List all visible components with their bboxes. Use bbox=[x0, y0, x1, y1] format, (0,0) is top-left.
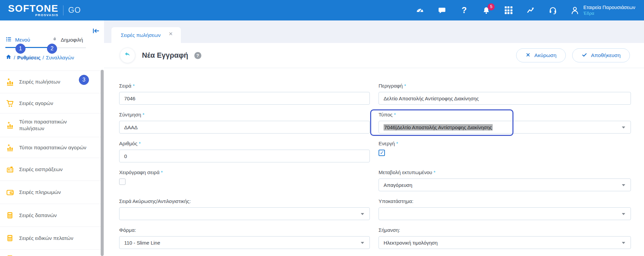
breadcrumb-transactions[interactable]: Συναλλαγών bbox=[46, 55, 74, 60]
breadcrumb-settings[interactable]: Ρυθμίσεις bbox=[17, 55, 41, 60]
support-headset-icon[interactable] bbox=[548, 6, 557, 15]
bar-chart-star-icon bbox=[5, 144, 14, 152]
menu-list-icon bbox=[5, 36, 12, 44]
tab-sales-series[interactable]: Σειρές πωλήσεων ✕ bbox=[111, 27, 181, 43]
user-menu[interactable]: Εταιρεία Παρουσιάσεων Έδρα bbox=[570, 5, 635, 16]
document-tabstrip: Σειρές πωλήσεων ✕ bbox=[104, 20, 644, 43]
user-company: Εταιρεία Παρουσιάσεων bbox=[583, 5, 635, 10]
record-form: Σειρά* Περιγραφή* Σύντμηση* Τύπος* 7046|… bbox=[104, 68, 644, 249]
field-label: Τύπος* bbox=[379, 112, 631, 118]
sidebar-item-purchase-doc-types[interactable]: Τύποι παραστατικών αγορών bbox=[0, 137, 104, 158]
sidebar-item-special-customer-series[interactable]: Σειρές ειδικών πελατών bbox=[0, 227, 104, 250]
cancel-x-icon bbox=[526, 52, 531, 59]
field-label: Χειρόγραφη σειρά* bbox=[119, 169, 370, 175]
field-seira: Σειρά* bbox=[119, 83, 370, 105]
field-label: Σειρά* bbox=[119, 83, 370, 89]
tab-close-icon[interactable]: ✕ bbox=[168, 31, 173, 37]
title-help-icon[interactable]: ? bbox=[194, 52, 201, 59]
calculator-icon bbox=[5, 254, 14, 256]
analytics-chart-icon[interactable] bbox=[526, 6, 535, 15]
sidebar-item-collection-series[interactable]: Σειρές εισπράξεων bbox=[0, 158, 104, 181]
sidebar-scrollbar[interactable] bbox=[101, 70, 104, 256]
page-title: Νέα Εγγραφή bbox=[142, 51, 188, 60]
sidebar-item-purchase-series[interactable]: Σειρές αγορών bbox=[0, 93, 104, 113]
xeirografi-checkbox[interactable] bbox=[119, 178, 126, 185]
dropdown-caret-icon bbox=[361, 213, 364, 215]
notifications-bell-icon[interactable]: 5 bbox=[482, 6, 491, 15]
sidebar-item-partial[interactable] bbox=[0, 250, 104, 256]
dropdown-caret-icon bbox=[361, 242, 364, 244]
shopping-cart-icon bbox=[5, 99, 14, 108]
field-metavoli-ektypomenou: Μεταβολή εκτυπωμένου* Απαγόρευση bbox=[379, 169, 631, 191]
user-avatar-icon bbox=[570, 6, 580, 15]
field-label: Ενεργή* bbox=[379, 141, 631, 147]
field-label: Αριθμός* bbox=[119, 141, 370, 147]
annotation-step-2: 2 bbox=[47, 44, 57, 54]
field-typos: Τύπος* 7046|Δελτίο Αποστολής Αντίστροφης… bbox=[379, 112, 631, 134]
annotation-step-3: 3 bbox=[79, 75, 89, 85]
notification-count-badge: 5 bbox=[488, 3, 495, 10]
field-syntmisi: Σύντμηση* bbox=[119, 112, 370, 134]
brand-name: SOFTONE bbox=[8, 4, 58, 13]
arithmos-input[interactable] bbox=[119, 150, 370, 162]
forma-select[interactable]: 110 - Slime Line bbox=[119, 236, 370, 249]
metavoli-select[interactable]: Απαγόρευση bbox=[379, 178, 631, 191]
sidebar-item-expense-series[interactable]: Σειρές δαπανών bbox=[0, 204, 104, 227]
topbar: SOFTONE PROSVASIS GO ? 5 bbox=[0, 0, 644, 20]
field-label: Σύντμηση* bbox=[119, 112, 370, 118]
cash-register-icon bbox=[5, 165, 14, 174]
field-ypokatastima: Υποκατάστημα: bbox=[379, 198, 631, 220]
help-icon[interactable]: ? bbox=[459, 6, 469, 15]
brand-product: GO bbox=[68, 6, 81, 15]
sidebar-collapse-icon[interactable] bbox=[92, 27, 100, 36]
brand-subtitle: PROSVASIS bbox=[35, 13, 58, 17]
save-check-icon bbox=[582, 52, 587, 59]
dropdown-caret-icon bbox=[622, 184, 625, 186]
dashboard-gauge-icon[interactable] bbox=[415, 6, 425, 15]
field-perigrafi: Περιγραφή* bbox=[379, 83, 631, 105]
main-content: Σειρές πωλήσεων ✕ Νέα Εγγραφή ? Ακύρωση bbox=[104, 20, 644, 256]
sidebar-item-payment-series[interactable]: Σειρές πληρωμών bbox=[0, 181, 104, 204]
field-label: Σειρά Ακύρωσης/Αντιλογιστικής: bbox=[119, 198, 370, 204]
bar-chart-star-icon bbox=[5, 78, 14, 86]
field-label: Μεταβολή εκτυπωμένου* bbox=[379, 169, 631, 175]
simansi-select[interactable]: Ηλεκτρονική τιμολόγηση bbox=[379, 236, 631, 249]
home-icon[interactable] bbox=[5, 54, 12, 61]
perigrafi-input[interactable] bbox=[379, 92, 631, 105]
seira-input[interactable] bbox=[119, 92, 370, 105]
field-arithmos: Αριθμός* bbox=[119, 141, 370, 162]
field-label: Περιγραφή* bbox=[379, 83, 631, 89]
tab-favorites[interactable]: Δημοφιλή bbox=[52, 36, 86, 48]
field-xeirografi-seira: Χειρόγραφη σειρά* bbox=[119, 169, 370, 191]
flame-icon bbox=[52, 36, 58, 44]
ypokatastima-select[interactable] bbox=[379, 207, 631, 220]
seira-akyrosis-select[interactable] bbox=[119, 207, 370, 220]
field-label: Υποκατάστημα: bbox=[379, 198, 631, 204]
content-header: Νέα Εγγραφή ? Ακύρωση Αποθήκευση bbox=[104, 43, 644, 68]
brand-logo: SOFTONE PROSVASIS GO bbox=[0, 4, 81, 17]
field-label: Σήμανση: bbox=[379, 227, 631, 233]
annotation-step-1: 1 bbox=[15, 44, 26, 54]
field-seira-akyrosis: Σειρά Ακύρωσης/Αντιλογιστικής: bbox=[119, 198, 370, 220]
sidebar-item-sales-doc-types[interactable]: Τύποι παραστατικών πωλήσεων bbox=[0, 113, 104, 137]
energi-checkbox[interactable] bbox=[379, 150, 385, 156]
breadcrumb: / Ρυθμίσεις / Συναλλαγών bbox=[5, 54, 99, 61]
typos-selected-text: 7046|Δελτίο Αποστολής Αντίστροφης Διακίν… bbox=[384, 124, 493, 131]
apps-grid-icon[interactable] bbox=[504, 6, 513, 15]
typos-select[interactable]: 7046|Δελτίο Αποστολής Αντίστροφης Διακίν… bbox=[379, 121, 631, 134]
calculator-icon bbox=[5, 234, 14, 242]
tab-menu[interactable]: Μενού bbox=[5, 36, 52, 48]
back-button[interactable] bbox=[120, 48, 135, 63]
field-forma: Φόρμα: 110 - Slime Line bbox=[119, 227, 370, 249]
dropdown-caret-icon bbox=[622, 126, 625, 129]
cancel-button[interactable]: Ακύρωση bbox=[516, 48, 566, 62]
bar-chart-star-icon bbox=[5, 121, 14, 129]
dropdown-caret-icon bbox=[622, 213, 625, 215]
sidebar: Μενού Δημοφιλή / Ρυθμίσεις / Συναλλαγών bbox=[0, 20, 104, 256]
field-label: Φόρμα: bbox=[119, 227, 370, 233]
syntmisi-input[interactable] bbox=[119, 121, 370, 134]
chat-icon[interactable] bbox=[437, 6, 447, 15]
save-button[interactable]: Αποθήκευση bbox=[572, 48, 630, 62]
wallet-icon bbox=[5, 188, 14, 197]
topbar-actions: ? 5 Εταιρεία Παρουσιάσεων Έδρα bbox=[415, 5, 644, 16]
